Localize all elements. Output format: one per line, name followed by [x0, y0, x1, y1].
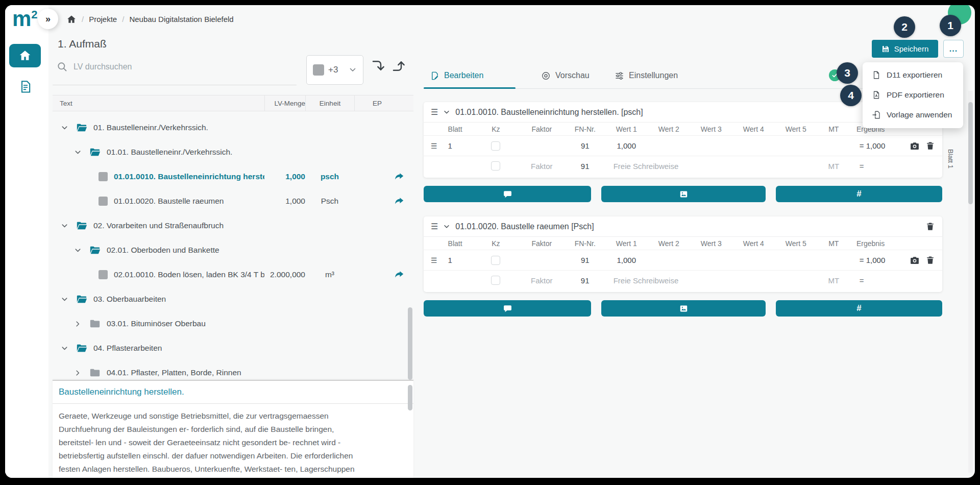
cell-fn-nr[interactable]: 91	[565, 256, 605, 264]
cell-fn-nr[interactable]: 91	[565, 162, 605, 171]
tree-row[interactable]: 02.01.0010. Boden lösen, laden BK 3/4 T …	[53, 262, 413, 287]
cell-blatt[interactable]: 1	[448, 141, 473, 150]
cell-wert1[interactable]: 1,000	[605, 256, 648, 264]
forward-arrow-icon[interactable]	[394, 269, 405, 280]
freie-schreibweise-placeholder[interactable]: Freie Schreibweise	[605, 162, 817, 171]
kz-checkbox[interactable]	[491, 276, 500, 285]
chevron-down-icon[interactable]	[61, 296, 69, 303]
add-comment-button[interactable]	[424, 186, 591, 202]
arrow-turn-up-icon[interactable]	[391, 58, 406, 74]
tree-row-label: 04.01. Pflaster, Platten, Borde, Rinnen	[107, 368, 241, 377]
chevron-down-icon[interactable]	[443, 223, 450, 230]
tree-row[interactable]: 01.01.0020. Baustelle raeumen 1,000Psch	[53, 189, 413, 213]
aufmass-row-empty: Faktor 91 Freie Schreibweise MT =	[424, 156, 942, 176]
tree-row-einheit: m³	[305, 270, 354, 279]
save-button[interactable]: Speichern	[872, 40, 938, 58]
breadcrumb: / Projekte / Neubau Digitalstation Biele…	[66, 5, 234, 33]
kz-checkbox[interactable]	[491, 141, 500, 151]
forward-arrow-icon[interactable]	[394, 171, 405, 182]
tree-row[interactable]: 04. Pflasterarbeiten	[53, 336, 413, 360]
tree-scrollbar[interactable]	[408, 307, 412, 380]
arrow-turn-down-icon[interactable]	[371, 58, 386, 74]
cell-fn-nr[interactable]: 91	[565, 276, 605, 285]
nav-home-button[interactable]	[9, 44, 41, 67]
chevron-down-icon[interactable]	[61, 345, 69, 352]
add-image-button[interactable]	[601, 186, 766, 202]
cell-ergebnis: =	[850, 276, 903, 285]
filter-dropdown[interactable]: +3	[306, 55, 363, 85]
add-number-button[interactable]: #	[776, 300, 942, 317]
add-number-button[interactable]: #	[776, 186, 942, 202]
description-scrollbar[interactable]	[408, 385, 412, 410]
column-header-einheit: Einheit	[305, 95, 354, 111]
folder-icon	[89, 367, 101, 378]
cell-fn-nr[interactable]: 91	[565, 141, 605, 150]
card-title: 01.01.0010. Baustelleneinrichtung herste…	[455, 108, 643, 117]
sheet-tab-blatt[interactable]: Blatt 1	[947, 149, 954, 168]
tab-einstellungen[interactable]: Einstellungen	[615, 62, 678, 89]
right-panel-scrollbar[interactable]	[968, 102, 973, 204]
chevron-down-icon[interactable]	[443, 109, 450, 116]
cell-blatt[interactable]: 1	[448, 256, 473, 264]
kz-checkbox[interactable]	[491, 161, 500, 171]
camera-icon[interactable]	[910, 255, 920, 265]
folder-open-icon	[89, 147, 101, 158]
faktor-placeholder[interactable]: Faktor	[519, 162, 565, 171]
mt-placeholder[interactable]: MT	[817, 162, 850, 171]
tree-row[interactable]: 01. Baustelleneinr./Verkehrssich.	[53, 115, 413, 140]
more-options-button[interactable]: ...	[943, 40, 964, 58]
tree-row-label: 03. Oberbauarbeiten	[93, 295, 166, 304]
add-comment-button[interactable]	[424, 300, 591, 317]
tree-row[interactable]: 03. Oberbauarbeiten	[53, 287, 413, 311]
drag-handle-icon[interactable]: ☰	[431, 108, 438, 116]
card-title: 01.01.0020. Baustelle raeumen [Psch]	[455, 222, 594, 231]
tree-row-selected[interactable]: 01.01.0010. Baustelleneinrichtung herste…	[53, 164, 413, 189]
drag-handle-icon[interactable]: ☰	[431, 256, 437, 264]
drag-handle-icon[interactable]: ☰	[431, 223, 438, 231]
trash-icon[interactable]	[925, 222, 935, 231]
chevron-down-icon[interactable]	[74, 247, 82, 254]
chevron-down-icon[interactable]	[61, 222, 69, 230]
menu-item-pdf-export[interactable]: PDF exportieren	[863, 85, 963, 105]
tree-row[interactable]: 04.01. Pflaster, Platten, Borde, Rinnen	[53, 360, 413, 380]
trash-icon[interactable]	[925, 141, 935, 151]
chevron-right-icon[interactable]	[74, 369, 82, 377]
annotation-badge-3: 3	[837, 62, 858, 84]
chevron-down-icon[interactable]	[74, 149, 82, 156]
drag-handle-icon[interactable]: ☰	[431, 142, 437, 150]
screen: m2 » / Projekte / Neubau Digitalstation …	[0, 0, 980, 485]
tree-row[interactable]: 02.01. Oberboden und Bankette	[53, 238, 413, 262]
tree-row-label: 02.01.0010. Boden lösen, laden BK 3/4 T …	[114, 270, 264, 279]
breadcrumb-item-project[interactable]: Neubau Digitalstation Bielefeld	[129, 15, 233, 23]
search-input[interactable]	[72, 58, 266, 76]
kz-checkbox[interactable]	[491, 256, 500, 265]
expand-sidebar-button[interactable]: »	[38, 9, 58, 29]
tab-vorschau[interactable]: Vorschau	[541, 62, 590, 89]
nav-documents-button[interactable]	[18, 80, 33, 94]
chevron-down-icon[interactable]	[61, 124, 69, 132]
tab-label: Einstellungen	[629, 71, 678, 80]
aufmass-row: ☰ 1 91 1,000 = 1,000	[424, 136, 942, 156]
menu-item-d11-export[interactable]: D11 exportieren	[863, 65, 963, 85]
breadcrumb-home-icon[interactable]	[66, 14, 77, 25]
double-chevron-icon: »	[45, 14, 51, 25]
tree-row[interactable]: 01.01. Baustelleneinr./Verkehrssich.	[53, 140, 413, 164]
camera-icon[interactable]	[910, 141, 920, 151]
tab-bearbeiten[interactable]: Bearbeiten	[430, 62, 483, 89]
tree-row-label: 04. Pflasterarbeiten	[93, 344, 162, 353]
tree-row[interactable]: 03.01. Bituminöser Oberbau	[53, 311, 413, 336]
faktor-placeholder[interactable]: Faktor	[519, 276, 565, 285]
breadcrumb-item-projekte[interactable]: Projekte	[89, 15, 117, 23]
forward-arrow-icon[interactable]	[394, 196, 405, 207]
mt-placeholder[interactable]: MT	[817, 276, 850, 285]
description-title: Baustelleneinrichtung herstellen.	[59, 387, 184, 397]
cell-wert1[interactable]: 1,000	[605, 141, 648, 150]
add-image-button[interactable]	[601, 300, 766, 317]
position-square-icon	[99, 172, 108, 181]
tree-row[interactable]: 02. Vorarbeiten und Straßenaufbruch	[53, 213, 413, 238]
menu-item-apply-template[interactable]: Vorlage anwenden	[863, 105, 963, 125]
chevron-right-icon[interactable]	[74, 320, 82, 328]
edit-document-icon	[430, 71, 439, 81]
freie-schreibweise-placeholder[interactable]: Freie Schreibweise	[605, 276, 817, 285]
trash-icon[interactable]	[925, 255, 935, 265]
